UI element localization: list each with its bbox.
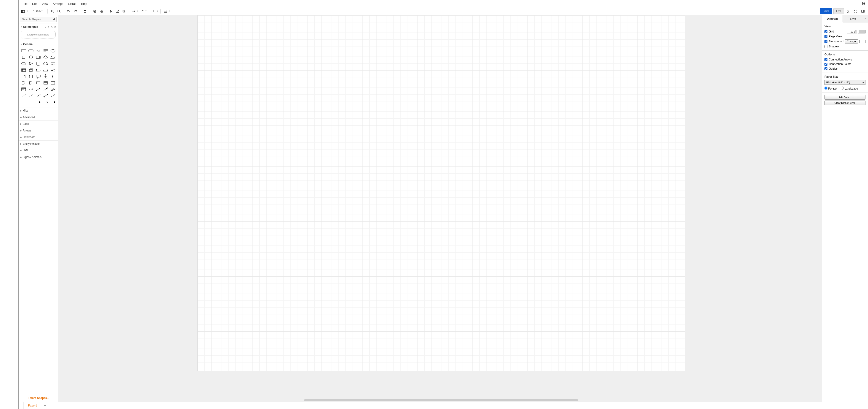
menu-arrange[interactable]: Arrange — [51, 1, 65, 6]
shape-hexagon[interactable] — [21, 61, 27, 66]
fill-color-icon[interactable] — [108, 8, 114, 14]
landscape-radio[interactable] — [841, 87, 844, 90]
background-color-swatch[interactable] — [859, 40, 866, 43]
shape-process[interactable] — [35, 55, 41, 60]
add-page-icon[interactable]: + — [42, 402, 48, 409]
shape-dashed-line[interactable] — [21, 93, 27, 99]
shape-triangle[interactable] — [28, 61, 34, 66]
panel-close-icon[interactable]: ✕ — [863, 15, 868, 22]
sidebar-splitter[interactable] — [58, 15, 60, 402]
portrait-option[interactable]: Portrait — [825, 87, 837, 90]
category-basic[interactable]: ▶Basic — [19, 121, 58, 127]
shape-link-dash[interactable] — [28, 99, 34, 105]
shape-internal-storage[interactable] — [21, 67, 27, 73]
undo-icon[interactable] — [66, 8, 72, 14]
scratchpad-help-icon[interactable]: ? — [45, 26, 46, 28]
shape-or[interactable] — [28, 80, 34, 86]
format-panel-icon[interactable] — [860, 8, 866, 14]
page-thumbnail[interactable] — [1, 1, 17, 21]
shape-dotted-line[interactable] — [28, 93, 34, 99]
redo-icon[interactable] — [72, 8, 78, 14]
search-input[interactable] — [20, 17, 57, 22]
page-view-checkbox[interactable] — [825, 35, 828, 38]
shape-ellipse[interactable] — [50, 48, 56, 54]
exit-button[interactable]: Exit — [833, 8, 844, 14]
shape-vertical-container[interactable] — [50, 80, 56, 86]
shadow-checkbox[interactable] — [825, 45, 828, 48]
shape-line[interactable] — [35, 93, 41, 99]
shape-actor[interactable] — [42, 74, 49, 79]
shape-list[interactable] — [21, 87, 27, 92]
shape-link-filled[interactable] — [50, 99, 56, 105]
shape-square[interactable] — [21, 55, 27, 60]
shape-datastore[interactable] — [35, 80, 41, 86]
table-icon[interactable] — [162, 8, 168, 14]
general-header[interactable]: ▼ General — [19, 41, 58, 47]
canvas-page[interactable] — [197, 15, 685, 371]
category-arrows[interactable]: ▶Arrows — [19, 127, 58, 134]
canvas-area[interactable] — [60, 15, 822, 402]
paper-size-select[interactable]: US-Letter (8,5" x 11") — [825, 80, 866, 85]
shape-link-open-arrow[interactable] — [42, 99, 49, 105]
shape-text[interactable]: Text — [35, 48, 41, 54]
scratchpad-edit-icon[interactable]: ✎ — [51, 26, 53, 28]
shape-card[interactable] — [28, 74, 34, 79]
shape-document[interactable] — [50, 61, 56, 66]
zoom-level[interactable]: 100% ▼ — [32, 9, 45, 13]
shape-callout[interactable] — [35, 74, 41, 79]
scratchpad-dropzone[interactable]: Drag elements here — [21, 31, 56, 38]
grid-checkbox[interactable] — [825, 30, 828, 33]
menu-view[interactable]: View — [39, 1, 51, 6]
clear-default-style-button[interactable]: Clear Default Style — [825, 101, 866, 105]
scratchpad-header[interactable]: ▼ Scratchpad ? + ✎ ✕ — [19, 24, 58, 30]
guides-checkbox[interactable] — [825, 67, 828, 70]
page-tab-1[interactable]: Page-1 — [24, 402, 42, 409]
shadow-icon[interactable] — [121, 8, 127, 14]
shape-curve[interactable] — [28, 87, 34, 92]
landscape-option[interactable]: Landscape — [841, 87, 858, 90]
category-misc[interactable]: ▶Misc — [19, 107, 58, 114]
shape-bidir-connector[interactable] — [42, 93, 49, 99]
shape-arrow[interactable] — [42, 87, 49, 92]
category-signs-animals[interactable]: ▶Signs / Animals — [19, 154, 58, 160]
background-checkbox[interactable] — [825, 40, 828, 43]
shape-link-arrow[interactable] — [35, 99, 41, 105]
tab-style[interactable]: Style — [843, 15, 863, 22]
view-dropdown-icon[interactable] — [21, 8, 26, 14]
insert-icon[interactable]: + — [151, 8, 157, 14]
shape-cylinder[interactable] — [35, 61, 41, 66]
shape-parallelogram[interactable] — [50, 55, 56, 60]
shape-bidirectional-arrow[interactable] — [35, 87, 41, 92]
save-button[interactable]: Save — [820, 8, 832, 14]
shape-cloud[interactable] — [42, 61, 49, 66]
language-icon[interactable] — [862, 2, 866, 6]
waypoint-icon[interactable] — [139, 8, 145, 14]
menu-edit[interactable]: Edit — [30, 1, 39, 6]
horizontal-scrollbar[interactable] — [304, 399, 578, 401]
category-entity-relation[interactable]: ▶Entity Relation — [19, 140, 58, 147]
edit-data-button[interactable]: Edit Data... — [825, 95, 866, 100]
more-shapes-button[interactable]: + More Shapes... — [19, 394, 58, 402]
menu-extras[interactable]: Extras — [66, 1, 79, 6]
connection-icon[interactable] — [131, 8, 137, 14]
page-menu-icon[interactable]: ⋮ — [19, 402, 24, 409]
search-icon[interactable] — [53, 18, 55, 21]
category-advanced[interactable]: ▶Advanced — [19, 114, 58, 121]
shape-link[interactable] — [21, 99, 27, 105]
fullscreen-icon[interactable] — [852, 8, 859, 14]
shape-step[interactable] — [35, 67, 41, 73]
shape-note[interactable] — [21, 74, 27, 79]
shape-textbox[interactable] — [42, 48, 49, 54]
shape-rectangle[interactable] — [21, 48, 27, 54]
to-front-icon[interactable] — [92, 8, 98, 14]
menu-help[interactable]: Help — [79, 1, 89, 6]
menu-file[interactable]: File — [21, 1, 30, 6]
shape-container[interactable] — [42, 80, 49, 86]
line-color-icon[interactable] — [115, 8, 121, 14]
portrait-radio[interactable] — [825, 87, 828, 90]
shape-directional-connector[interactable] — [50, 93, 56, 99]
to-back-icon[interactable] — [98, 8, 104, 14]
shape-tape[interactable] — [50, 67, 56, 73]
change-background-button[interactable]: Change — [845, 39, 858, 43]
category-flowchart[interactable]: ▶Flowchart — [19, 134, 58, 140]
